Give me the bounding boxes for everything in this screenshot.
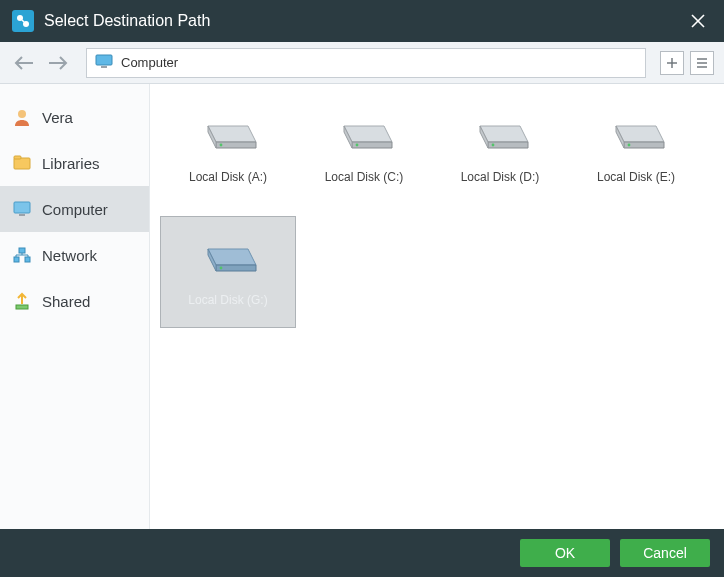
svg-rect-16	[14, 156, 21, 159]
disk-label: Local Disk (D:)	[461, 170, 540, 184]
disk-item[interactable]: Local Disk (D:)	[432, 94, 568, 206]
titlebar: Select Destination Path	[0, 0, 724, 42]
svg-rect-18	[19, 214, 25, 216]
disk-item[interactable]: Local Disk (E:)	[568, 94, 704, 206]
svg-rect-20	[14, 257, 19, 262]
nav-toolbar: Computer	[0, 42, 724, 84]
svg-rect-7	[96, 55, 112, 65]
disk-label: Local Disk (G:)	[188, 293, 267, 307]
disk-icon	[606, 106, 666, 154]
forward-button[interactable]	[44, 49, 72, 77]
toolbar-right	[660, 51, 714, 75]
dialog-title: Select Destination Path	[44, 12, 684, 30]
back-button[interactable]	[10, 49, 38, 77]
svg-rect-19	[19, 248, 25, 253]
disk-icon	[470, 106, 530, 154]
svg-rect-27	[16, 305, 28, 309]
sidebar-item-label: Libraries	[42, 155, 100, 172]
close-button[interactable]	[684, 7, 712, 35]
svg-point-47	[220, 267, 223, 270]
svg-rect-17	[14, 202, 30, 213]
disk-item-selected[interactable]: Local Disk (G:)	[160, 216, 296, 328]
sidebar: Vera Libraries Computer Network Shared	[0, 84, 150, 529]
disk-label: Local Disk (C:)	[325, 170, 404, 184]
footer: OK Cancel	[0, 529, 724, 577]
sidebar-item-network[interactable]: Network	[0, 232, 149, 278]
svg-line-2	[22, 20, 24, 22]
sidebar-item-label: Computer	[42, 201, 108, 218]
svg-rect-8	[101, 66, 107, 68]
disk-item[interactable]: Local Disk (A:)	[160, 94, 296, 206]
network-icon	[12, 245, 32, 265]
app-icon	[12, 10, 34, 32]
sidebar-item-label: Shared	[42, 293, 90, 310]
sidebar-item-vera[interactable]: Vera	[0, 94, 149, 140]
location-text: Computer	[121, 55, 178, 70]
svg-point-31	[220, 144, 223, 147]
shared-icon	[12, 291, 32, 311]
sidebar-item-libraries[interactable]: Libraries	[0, 140, 149, 186]
svg-point-43	[628, 144, 631, 147]
sidebar-item-shared[interactable]: Shared	[0, 278, 149, 324]
disk-item[interactable]: Local Disk (C:)	[296, 94, 432, 206]
cancel-button[interactable]: Cancel	[620, 539, 710, 567]
disk-icon	[198, 106, 258, 154]
sidebar-item-label: Vera	[42, 109, 73, 126]
sidebar-item-computer[interactable]: Computer	[0, 186, 149, 232]
disk-icon	[198, 229, 258, 277]
disk-grid: Local Disk (A:) Local Disk (C:) Local Di…	[150, 84, 724, 529]
new-folder-button[interactable]	[660, 51, 684, 75]
user-icon	[12, 107, 32, 127]
sidebar-item-label: Network	[42, 247, 97, 264]
location-bar[interactable]: Computer	[86, 48, 646, 78]
disk-label: Local Disk (A:)	[189, 170, 267, 184]
svg-point-14	[18, 110, 26, 118]
ok-button[interactable]: OK	[520, 539, 610, 567]
disk-icon	[334, 106, 394, 154]
view-list-button[interactable]	[690, 51, 714, 75]
computer-icon	[12, 199, 32, 219]
libraries-icon	[12, 153, 32, 173]
monitor-icon	[95, 54, 113, 71]
disk-label: Local Disk (E:)	[597, 170, 675, 184]
svg-rect-21	[25, 257, 30, 262]
main-area: Vera Libraries Computer Network Shared	[0, 84, 724, 529]
svg-rect-15	[14, 158, 30, 169]
svg-point-35	[356, 144, 359, 147]
svg-point-39	[492, 144, 495, 147]
